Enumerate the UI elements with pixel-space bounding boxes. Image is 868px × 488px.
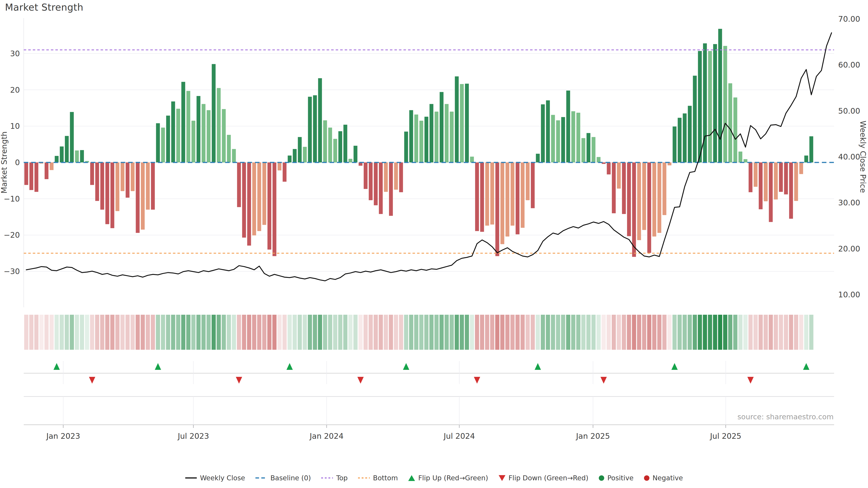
strength-bar-positive (343, 125, 347, 162)
strength-bar-positive (556, 121, 560, 162)
legend-item-flip-up[interactable]: Flip Up (Red→Green) (408, 474, 488, 482)
strength-bar-positive (186, 91, 190, 162)
heatmap-cell (308, 315, 312, 350)
right-axis-tick-label: 30.00 (838, 198, 860, 207)
strength-bar-positive (222, 109, 226, 162)
legend-item-weekly-close[interactable]: Weekly Close (185, 474, 245, 482)
heatmap-cell (212, 315, 216, 350)
flip-up-marker (671, 363, 678, 370)
heatmap-cell (39, 315, 43, 350)
heatmap-cell (186, 315, 190, 350)
strength-bar-negative (617, 162, 621, 189)
heatmap-cell (34, 315, 38, 350)
strength-bar-negative (607, 162, 611, 174)
strength-bar-positive (232, 149, 236, 162)
legend-item-negative[interactable]: Negative (644, 474, 683, 482)
heatmap-cell (298, 315, 302, 350)
strength-bar-positive (734, 97, 737, 162)
strength-bar-negative (789, 162, 793, 219)
heatmap-cell (135, 315, 140, 350)
legend-item-bottom[interactable]: Bottom (358, 474, 398, 482)
left-axis-tick-label: 0 (15, 158, 20, 167)
strength-bar-negative (399, 162, 403, 192)
right-axis-tick-label: 10.00 (838, 290, 860, 299)
heatmap-cell (227, 315, 231, 350)
strength-bar-negative (510, 162, 515, 226)
legend-label: Flip Up (Red→Green) (418, 474, 488, 482)
heatmap-cell (268, 315, 272, 350)
heatmap-cell (353, 315, 358, 350)
legend-item-top[interactable]: Top (321, 474, 348, 482)
heatmap-cell (617, 315, 621, 350)
strength-bar-negative (521, 162, 525, 228)
heatmap-cell (131, 315, 135, 350)
strength-bar-positive (688, 106, 692, 162)
heatmap-cell (283, 315, 287, 350)
flip-up-marker (803, 363, 809, 370)
legend-label: Flip Down (Green→Red) (508, 474, 588, 482)
strength-bar-negative (257, 162, 261, 231)
strength-bar-positive (465, 84, 469, 162)
strength-bar-positive (328, 128, 332, 162)
bottom-dotted-swatch-icon (358, 477, 370, 479)
strength-bar-negative (389, 162, 393, 216)
heatmap-cell (764, 315, 768, 350)
strength-bar-negative (612, 162, 616, 213)
right-axis-title: Weekly Close Price (859, 121, 868, 193)
strength-bar-positive (409, 110, 413, 162)
heatmap-cell (237, 315, 241, 350)
strength-bar-positive (435, 111, 438, 162)
source-note: source: sharemaestro.com (737, 413, 834, 421)
strength-bar-negative (29, 162, 33, 190)
left-axis-tick-label: −20 (4, 230, 20, 239)
strength-bar-negative (262, 162, 266, 225)
strength-bar-positive (581, 138, 585, 162)
heatmap-cell (287, 315, 291, 350)
strength-bar-negative (105, 162, 109, 224)
left-axis-tick-label: 20 (10, 86, 20, 94)
heatmap-cell (364, 315, 368, 350)
heatmap-cell (171, 315, 175, 350)
strength-bar-positive (161, 128, 165, 162)
strength-bar-positive (561, 117, 565, 162)
heatmap-cell (70, 315, 74, 350)
strength-bar-positive (308, 97, 312, 162)
heatmap-cell (343, 315, 347, 350)
strength-bar-positive (430, 104, 433, 162)
strength-bar-positive (202, 104, 206, 162)
heatmap-cell (318, 315, 322, 350)
market-strength-chart[interactable]: 3020100−10−20−30Market Strength70.0060.0… (0, 0, 868, 488)
heatmap-cell (404, 315, 408, 350)
strength-bar-negative (126, 162, 129, 198)
strength-bar-negative (242, 162, 246, 238)
legend-item-flip-down[interactable]: Flip Down (Green→Red) (499, 474, 588, 482)
strength-bar-positive (419, 121, 423, 162)
heatmap-cell (176, 315, 180, 350)
heatmap-cell (642, 315, 646, 350)
heatmap-cell (465, 315, 469, 350)
strength-bar-positive (166, 116, 170, 162)
strength-bar-negative (490, 162, 494, 225)
strength-bar-positive (693, 76, 697, 162)
strength-bar-negative (632, 162, 636, 257)
heatmap-cell (460, 315, 464, 350)
strength-bar-positive (298, 137, 302, 162)
legend-item-baseline[interactable]: Baseline (0) (255, 474, 311, 482)
x-axis-tick-label: Jul 2024 (443, 431, 475, 441)
strength-bar-negative (627, 162, 631, 236)
heatmap-cell (748, 315, 752, 350)
flip-down-marker (89, 377, 95, 384)
heatmap-cell (359, 315, 363, 350)
strength-bar-positive (55, 156, 59, 162)
strength-bar-positive (809, 136, 813, 162)
strength-bar-negative (44, 162, 49, 179)
legend-label: Negative (653, 474, 683, 482)
strength-bar-negative (500, 162, 504, 244)
heatmap-cell (419, 315, 423, 350)
heatmap-cell (673, 315, 677, 350)
heatmap-cell (774, 315, 778, 350)
heatmap-cell (29, 315, 33, 350)
heatmap-cell (60, 315, 64, 350)
strength-bar-positive (536, 154, 540, 162)
legend-item-positive[interactable]: Positive (599, 474, 633, 482)
